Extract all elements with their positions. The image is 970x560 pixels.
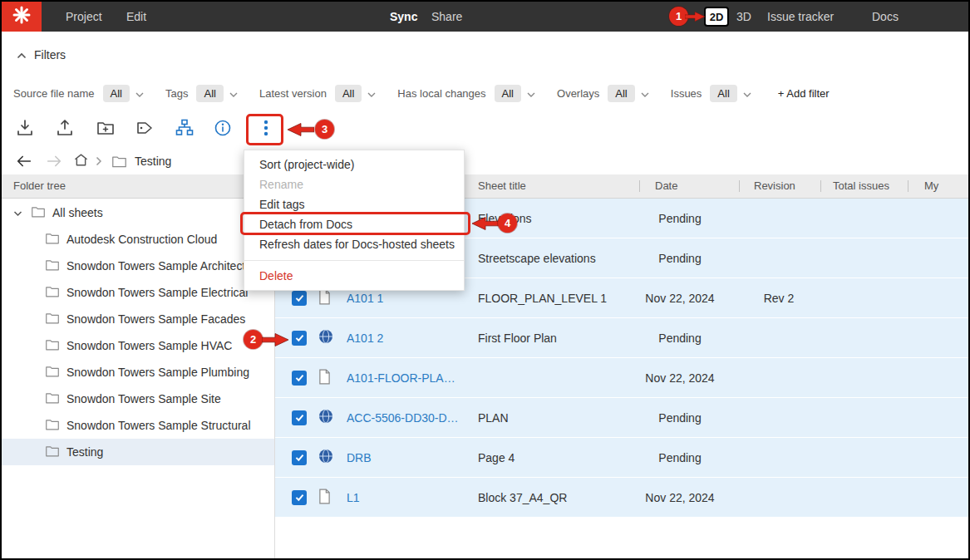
filters-toggle[interactable]: Filters <box>17 45 66 65</box>
menu-separator <box>244 260 464 261</box>
sheet-revision <box>739 318 819 357</box>
nav-back-button[interactable] <box>15 150 33 172</box>
tree-item-all-sheets[interactable]: All sheets <box>2 199 274 226</box>
row-checkbox[interactable] <box>292 371 307 386</box>
menu-share[interactable]: Share <box>431 2 462 32</box>
tree-item-label: Testing <box>66 445 103 459</box>
filter-tags: Tags All <box>165 85 238 102</box>
tree-item[interactable]: Snowdon Towers Sample Facades <box>2 306 274 332</box>
sheet-name-link[interactable]: A101 2 <box>347 318 383 357</box>
column-header-date[interactable]: Date <box>655 174 677 198</box>
table-row[interactable]: DRB Page 4 Pending <box>275 438 968 478</box>
filter-value-dropdown[interactable]: All <box>196 85 223 102</box>
sheet-revision: Rev 2 <box>739 278 819 317</box>
document-icon <box>318 369 331 387</box>
tree-item-label: Snowdon Towers Sample Site <box>66 392 221 405</box>
menu-item-refresh-dates[interactable]: Refresh dates for Docs-hosted sheets <box>244 234 464 254</box>
menu-item-edit-tags[interactable]: Edit tags <box>244 194 464 214</box>
menu-item-detach-from-docs[interactable]: Detach from Docs <box>244 214 464 234</box>
filter-value-dropdown[interactable]: All <box>710 85 736 102</box>
sheet-name-link[interactable]: L1 <box>347 478 360 517</box>
row-checkbox[interactable] <box>292 410 307 425</box>
tab-docs[interactable]: Docs <box>872 2 899 32</box>
tab-issue-tracker[interactable]: Issue tracker <box>767 2 834 32</box>
column-header-my-issues[interactable]: My issues <box>924 174 968 198</box>
add-filter-button[interactable]: + Add filter <box>778 87 830 100</box>
filter-value-dropdown[interactable]: All <box>335 85 362 102</box>
menu-edit[interactable]: Edit <box>126 2 146 32</box>
folder-icon <box>111 150 127 172</box>
tree-item[interactable]: Snowdon Towers Sample Plumbing <box>2 359 274 386</box>
menu-item-rename[interactable]: Rename <box>244 174 464 194</box>
sheet-date: Pending <box>638 238 721 278</box>
menu-item-delete[interactable]: Delete <box>244 266 464 286</box>
sheet-title: Block 37_A4_QR <box>478 478 567 517</box>
revizto-asterisk-icon <box>12 6 31 27</box>
upload-button[interactable] <box>54 119 76 140</box>
table-row[interactable]: A101 2 First Floor Plan Pending <box>275 318 968 358</box>
app-logo[interactable] <box>2 2 42 32</box>
tree-item[interactable]: Snowdon Towers Sample HVAC <box>2 332 274 359</box>
tree-item-label: Snowdon Towers Sample Architecture <box>66 259 263 273</box>
sheet-type-icon <box>318 438 333 477</box>
column-separator <box>739 180 740 192</box>
menu-item-sort[interactable]: Sort (project-wide) <box>244 155 464 174</box>
pane-header-strip: Folder tree Sheet title Date Revision To… <box>2 174 968 199</box>
folder-tree-button[interactable] <box>174 119 195 140</box>
column-header-revision[interactable]: Revision <box>754 174 795 198</box>
folder-icon <box>45 232 60 248</box>
tree-item[interactable]: Snowdon Towers Sample Site <box>2 386 274 412</box>
more-actions-button[interactable] <box>255 119 277 140</box>
chevron-down-icon[interactable] <box>13 206 22 219</box>
sheet-name-link[interactable]: DRB <box>347 438 372 477</box>
folder-icon <box>45 418 60 434</box>
filter-value-dropdown[interactable]: All <box>103 85 130 102</box>
tag-button[interactable] <box>134 119 155 140</box>
sheet-name-link[interactable]: A101-FLOOR-PLA… <box>347 358 455 397</box>
filter-overlays: Overlays All <box>557 85 649 102</box>
upload-icon <box>55 118 75 141</box>
info-button[interactable] <box>212 119 234 140</box>
callout-4-arrow-icon <box>472 216 499 231</box>
sheet-date: Pending <box>638 199 721 238</box>
menu-project[interactable]: Project <box>66 2 102 32</box>
filter-has-local-changes: Has local changes All <box>397 85 535 102</box>
download-icon <box>15 118 35 141</box>
sheet-name-link[interactable]: ACC-5506-DD30-D… <box>347 398 459 437</box>
filter-value-dropdown[interactable]: All <box>608 85 634 102</box>
breadcrumb-current[interactable]: Testing <box>135 150 171 172</box>
app-window: Project Edit Sync Share 2D 3D Issue trac… <box>0 0 970 560</box>
sheet-date: Pending <box>638 398 721 437</box>
tree-item[interactable]: Snowdon Towers Sample Architecture <box>2 253 274 279</box>
new-folder-button[interactable] <box>95 119 116 140</box>
menu-sync[interactable]: Sync <box>390 2 417 32</box>
nav-forward-button[interactable] <box>45 150 63 172</box>
home-button[interactable] <box>73 150 89 172</box>
filter-label: Issues <box>671 87 702 100</box>
row-checkbox[interactable] <box>292 331 307 346</box>
tree-item[interactable]: Autodesk Construction Cloud <box>2 226 274 253</box>
filter-label: Has local changes <box>397 87 485 100</box>
row-checkbox[interactable] <box>292 291 307 306</box>
filter-latest-version: Latest version All <box>259 85 376 102</box>
home-icon <box>73 152 89 170</box>
column-header-total-issues[interactable]: Total issues <box>833 174 889 198</box>
download-button[interactable] <box>14 119 36 140</box>
table-row[interactable]: ACC-5506-DD30-D… PLAN Pending <box>275 398 968 438</box>
filter-row: Source file name All Tags All Latest ver… <box>13 82 830 104</box>
sheet-title: FLOOR_PLAN_LEVEL 1 <box>478 278 607 317</box>
filter-value-dropdown[interactable]: All <box>495 85 521 102</box>
tree-item-testing-selected[interactable]: Testing <box>2 439 274 465</box>
tree-item-label: Snowdon Towers Sample Electrical <box>66 286 248 299</box>
sheet-date: Pending <box>638 318 721 357</box>
tab-3d[interactable]: 3D <box>736 2 751 32</box>
row-checkbox[interactable] <box>292 450 307 465</box>
table-row[interactable]: A101-FLOOR-PLA… Nov 22, 2024 <box>275 358 968 398</box>
table-row[interactable]: L1 Block 37_A4_QR Nov 22, 2024 <box>275 478 968 518</box>
column-header-sheet-title[interactable]: Sheet title <box>478 174 526 198</box>
tree-item[interactable]: Snowdon Towers Sample Structural <box>2 412 274 439</box>
tree-item[interactable]: Snowdon Towers Sample Electrical <box>2 279 274 306</box>
kebab-menu-icon <box>256 118 276 141</box>
row-checkbox[interactable] <box>292 490 307 505</box>
callout-2-badge: 2 <box>244 330 263 349</box>
